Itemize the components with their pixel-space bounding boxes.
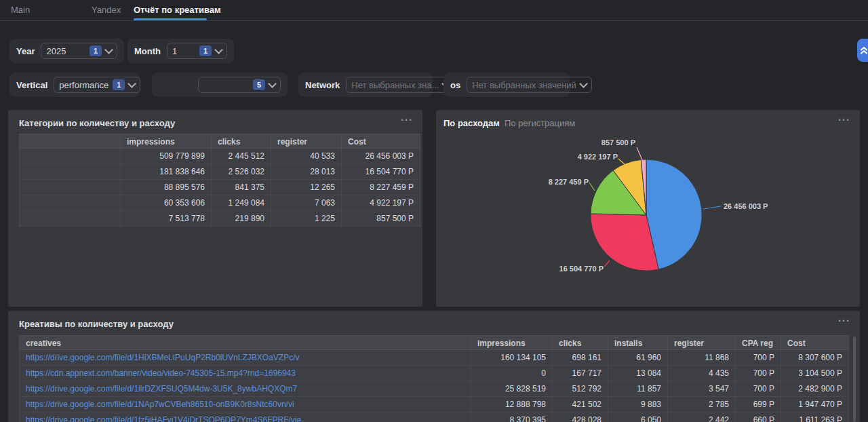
table-cell: 13 084	[608, 366, 668, 381]
table-cell: https://drive.google.com/file/d/1fz5iHAF…	[19, 413, 471, 422]
table-row: 509 779 8992 445 51240 53326 456 003 P	[19, 149, 420, 164]
categories-panel-menu-icon[interactable]: ···	[401, 114, 413, 126]
year-value: 2025	[46, 46, 66, 56]
os-select[interactable]: Нет выбранных значений	[467, 77, 592, 93]
column-header: clicks	[553, 335, 608, 350]
table-cell: 7 513 778	[121, 211, 212, 227]
table-cell: 509 779 899	[121, 149, 212, 164]
chevron-down-icon	[127, 79, 136, 88]
categories-table: impressionsclicksregisterCost509 779 899…	[19, 134, 420, 227]
unnamed-select[interactable]: 5	[198, 77, 281, 93]
table-header-row: impressionsclicksregisterCost	[19, 134, 420, 149]
creative-link[interactable]: https://drive.google.com/file/d/1fz5iHAF…	[26, 415, 301, 422]
creative-link[interactable]: https://drive.google.com/file/d/1HiXBMeL…	[26, 353, 300, 362]
table-cell: 2 526 032	[212, 164, 271, 180]
filter-label-month: Month	[134, 46, 161, 56]
column-header: register	[668, 335, 736, 350]
filter-group-unnamed: 5	[152, 73, 288, 97]
table-cell: 11 868	[668, 350, 736, 366]
table-cell: 40 533	[271, 149, 342, 164]
column-header: impressions	[121, 134, 212, 149]
tab-yandex[interactable]: Yandex	[92, 5, 121, 15]
pie-label-cost-pink: 857 500 P	[573, 138, 635, 147]
active-tab-underline	[134, 18, 207, 20]
table-cell: 219 890	[212, 211, 271, 227]
creative-link[interactable]: https://drive.google.com/file/d/1ilrDZXF…	[26, 384, 297, 394]
table-cell: 3 104 500 P	[781, 366, 849, 381]
pie-leader-line	[637, 147, 643, 161]
filter-label-os: os	[450, 80, 460, 90]
table-row: https://drive.google.com/file/d/1NAp7wCV…	[19, 397, 849, 413]
table-cell: 421 502	[553, 397, 608, 413]
table-cell	[19, 195, 121, 211]
creative-link[interactable]: https://drive.google.com/file/d/1NAp7wCV…	[26, 400, 294, 409]
pie-chart-svg	[436, 110, 860, 307]
pie-label-cost-blue: 26 456 003 P	[724, 202, 768, 210]
collapse-filters-button[interactable]	[857, 39, 868, 62]
table-cell: 700 P	[736, 381, 781, 397]
table-cell: 8 227 459 P	[342, 180, 420, 195]
pie-label-cost-green: 8 227 459 P	[526, 178, 589, 186]
top-nav-bar: Main Yandex Отчёт по креативам	[0, 0, 868, 21]
column-header: clicks	[212, 134, 271, 149]
chevron-down-icon	[268, 79, 277, 88]
table-cell: 11 857	[608, 381, 668, 397]
network-select[interactable]: Нет выбранных зна...	[346, 77, 454, 93]
table-cell: 700 P	[736, 366, 781, 381]
table-cell: 841 375	[212, 180, 271, 195]
table-cell: 700 P	[736, 350, 781, 366]
pie-label-cost-yellow: 4 922 197 P	[555, 153, 618, 161]
table-cell: https://drive.google.com/file/d/1ilrDZXF…	[19, 381, 471, 397]
table-cell: 3 547	[668, 381, 736, 397]
table-cell: 2 482 900 P	[781, 381, 849, 397]
creatives-panel: Креативы по количеству и расходу ··· cre…	[8, 311, 860, 422]
table-cell	[19, 180, 121, 195]
tab-main[interactable]: Main	[11, 5, 30, 15]
table-cell: 4 922 197 P	[342, 195, 420, 211]
table-cell: 28 013	[271, 164, 342, 180]
table-row: https://cdn.appnext.com/banner/video/vid…	[19, 366, 849, 381]
tab-report-creatives[interactable]: Отчёт по креативам	[134, 5, 221, 15]
column-header: creatives	[19, 335, 471, 350]
table-cell: https://drive.google.com/file/d/1NAp7wCV…	[19, 397, 471, 413]
table-cell: 16 504 770 P	[342, 164, 420, 180]
table-cell: 167 717	[553, 366, 608, 381]
table-cell: 12 265	[271, 180, 342, 195]
table-cell: 25 828 519	[471, 381, 553, 397]
chevron-down-icon	[214, 45, 223, 54]
table-cell: 8 307 600 P	[781, 350, 849, 366]
chevron-down-icon	[579, 79, 588, 88]
vertical-select[interactable]: performance 1	[54, 77, 140, 93]
table-cell: 857 500 P	[342, 211, 420, 227]
chart-panel: По расходам По регистрациям ··· 26 456 0…	[436, 110, 860, 307]
column-header: register	[271, 134, 342, 149]
table-cell: 61 960	[608, 350, 668, 366]
network-placeholder: Нет выбранных зна...	[351, 80, 439, 90]
creatives-panel-menu-icon[interactable]: ···	[838, 315, 850, 326]
table-cell: 160 134 105	[471, 350, 553, 366]
categories-panel: Категории по количеству и расходу ··· im…	[8, 110, 422, 307]
table-row: 181 838 6462 526 03228 01316 504 770 P	[19, 164, 420, 180]
double-chevron-up-icon	[860, 45, 868, 55]
year-count-badge: 1	[90, 45, 102, 56]
table-cell: 428 028	[553, 413, 608, 422]
table-scrollbar[interactable]	[853, 337, 856, 422]
table-cell: 2 442	[668, 413, 736, 422]
month-select[interactable]: 1 1	[167, 43, 227, 59]
table-cell	[19, 164, 121, 180]
table-cell: 698 161	[553, 350, 608, 366]
table-row: 88 895 576841 37512 2658 227 459 P	[19, 180, 420, 195]
table-cell	[19, 149, 121, 164]
pie-chart: 26 456 003 P 16 504 770 P 8 227 459 P 4 …	[436, 110, 860, 307]
filter-group-os: os Нет выбранных значений	[443, 73, 570, 97]
column-header: CPA reg	[736, 335, 781, 350]
table-cell: 2 445 512	[212, 149, 271, 164]
pie-leader-line	[589, 183, 595, 191]
month-value: 1	[172, 46, 177, 56]
column-header: Cost	[342, 134, 420, 149]
chevron-down-icon	[104, 45, 113, 54]
year-select[interactable]: 2025 1	[41, 43, 117, 59]
vertical-value: performance	[59, 80, 108, 90]
table-cell: 512 792	[553, 381, 608, 397]
creative-link[interactable]: https://cdn.appnext.com/banner/video/vid…	[26, 368, 296, 378]
